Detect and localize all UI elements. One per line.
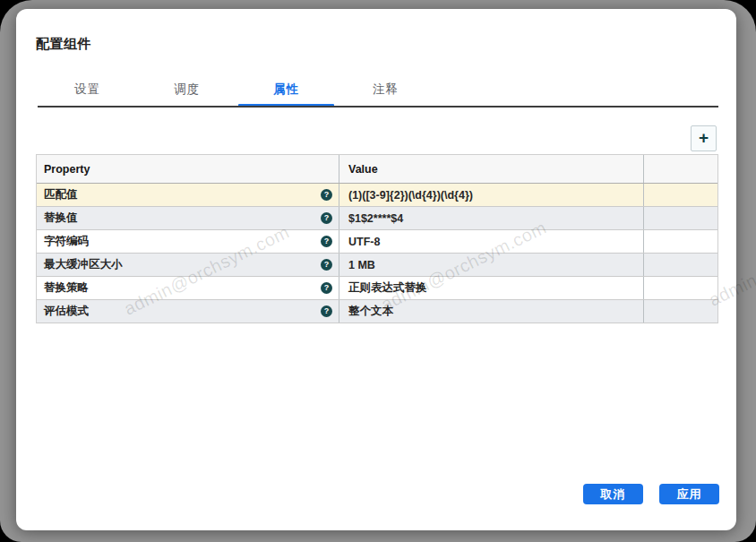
table-row[interactable]: 评估模式 ? 整个文本	[37, 300, 717, 323]
help-icon[interactable]: ?	[321, 282, 332, 294]
value-cell[interactable]: 正则表达式替换	[339, 277, 644, 299]
property-cell[interactable]: 评估模式 ?	[37, 300, 339, 323]
value-cell[interactable]: 整个文本	[339, 300, 644, 323]
property-name: 替换策略	[44, 280, 89, 296]
help-icon[interactable]: ?	[321, 236, 332, 247]
column-header-value: Value	[339, 155, 644, 183]
help-icon[interactable]: ?	[321, 259, 332, 271]
plus-icon: +	[699, 129, 709, 146]
value-cell[interactable]: $1$2****$4	[339, 207, 644, 229]
table-row[interactable]: 匹配值 ? (1)([3-9]{2})(\d{4})(\d{4})	[37, 184, 717, 207]
property-cell[interactable]: 匹配值 ?	[37, 184, 339, 206]
property-value: 1 MB	[348, 259, 375, 271]
apply-button[interactable]: 应用	[659, 484, 719, 504]
property-name: 替换值	[44, 211, 78, 226]
column-header-property: Property	[37, 155, 339, 183]
property-name: 最大缓冲区大小	[44, 257, 123, 272]
properties-table-body: 匹配值 ? (1)([3-9]{2})(\d{4})(\d{4}) 替换值 ? …	[37, 184, 717, 323]
tab-settings[interactable]: 设置	[38, 79, 137, 104]
tab-comments[interactable]: 注释	[336, 79, 435, 104]
table-row[interactable]: 最大缓冲区大小 ? 1 MB	[37, 254, 717, 277]
property-cell[interactable]: 字符编码 ?	[37, 230, 339, 253]
tab-scheduling[interactable]: 调度	[137, 79, 236, 104]
filler-cell	[644, 254, 717, 276]
property-value: $1$2****$4	[348, 212, 403, 225]
tab-properties[interactable]: 属性	[236, 79, 336, 104]
add-property-button[interactable]: +	[691, 125, 717, 151]
filler-cell	[644, 277, 717, 299]
property-name: 字符编码	[44, 234, 89, 249]
cancel-button[interactable]: 取消	[583, 484, 643, 504]
filler-cell	[644, 300, 717, 323]
configure-component-dialog: 配置组件 设置 调度 属性 注释 + Property Value 匹配值 ? …	[16, 9, 736, 530]
value-cell[interactable]: 1 MB	[339, 254, 644, 276]
tabs-divider	[38, 106, 718, 108]
property-cell[interactable]: 最大缓冲区大小 ?	[37, 254, 339, 276]
table-row[interactable]: 替换策略 ? 正则表达式替换	[37, 277, 717, 300]
property-value: (1)([3-9]{2})(\d{4})(\d{4})	[348, 189, 473, 202]
property-value: UTF-8	[348, 236, 380, 248]
table-header-row: Property Value	[37, 155, 717, 184]
property-name: 评估模式	[44, 304, 89, 319]
table-row[interactable]: 替换值 ? $1$2****$4	[37, 207, 717, 230]
filler-cell	[644, 207, 717, 229]
filler-cell	[644, 184, 717, 206]
value-cell[interactable]: UTF-8	[339, 230, 644, 253]
filler-cell	[644, 230, 717, 253]
value-cell[interactable]: (1)([3-9]{2})(\d{4})(\d{4})	[339, 184, 644, 206]
help-icon[interactable]: ?	[321, 189, 332, 201]
help-icon[interactable]: ?	[321, 212, 332, 224]
property-cell[interactable]: 替换值 ?	[37, 207, 339, 229]
dialog-title: 配置组件	[36, 36, 91, 53]
table-row[interactable]: 字符编码 ? UTF-8	[37, 230, 717, 254]
help-icon[interactable]: ?	[321, 305, 332, 317]
property-value: 整个文本	[348, 304, 393, 319]
property-value: 正则表达式替换	[348, 280, 427, 296]
properties-table: Property Value 匹配值 ? (1)([3-9]{2})(\d{4}…	[36, 154, 718, 323]
property-name: 匹配值	[44, 187, 78, 202]
dialog-tabs: 设置 调度 属性 注释	[38, 79, 435, 104]
property-cell[interactable]: 替换策略 ?	[37, 277, 339, 299]
column-header-filler	[644, 155, 717, 183]
